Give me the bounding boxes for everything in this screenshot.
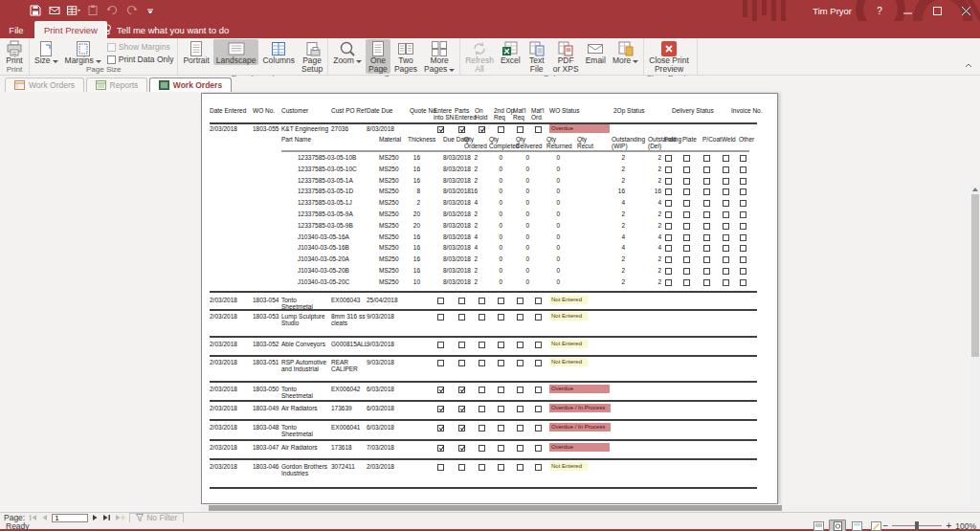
part-cell-outstanding-wip: 4	[610, 233, 625, 240]
part-cell-thickness: 16	[405, 177, 420, 184]
first-page-button[interactable]	[29, 514, 37, 521]
ribbon-margins-button[interactable]: Margins	[62, 39, 104, 65]
minimize-button[interactable]	[894, 0, 923, 21]
vertical-scroll-thumb[interactable]	[971, 194, 979, 357]
ribbon-button-label: Zoom	[333, 56, 362, 65]
ribbon-refresh-all-button[interactable]: RefreshAll	[462, 39, 497, 74]
next-page-button[interactable]	[92, 514, 99, 521]
maximize-button[interactable]	[923, 0, 951, 21]
page-number-input[interactable]	[52, 514, 88, 522]
account-name[interactable]: Tim Pryor	[799, 6, 865, 16]
document-tab-work-orders[interactable]: Work Orders	[5, 77, 84, 92]
group-separator-line	[210, 355, 757, 357]
redo-icon[interactable]	[124, 4, 138, 17]
ribbon-more-button[interactable]: More	[610, 39, 641, 65]
part-cell-qty-completed: 0	[487, 255, 502, 262]
part-cell-qty-completed: 0	[487, 166, 502, 172]
vertical-scrollbar[interactable]	[970, 184, 980, 531]
cell-date-due: 9/03/2018	[367, 313, 394, 320]
ribbon-size-button[interactable]: Size	[32, 39, 61, 65]
datasheet-icon[interactable]	[67, 4, 80, 17]
checkbox-checked-icon	[458, 126, 465, 133]
zoom-in-icon[interactable]: +	[946, 520, 951, 531]
checkbox-unchecked-icon	[723, 155, 729, 162]
previous-page-button[interactable]	[41, 514, 48, 521]
part-cell-name: J10340-03-05-20B	[298, 267, 349, 274]
cell-cust-po-ref: REAR CALIPER	[331, 359, 366, 373]
checkbox-unchecked-icon	[703, 166, 710, 173]
checkbox-unchecked-icon	[683, 211, 690, 218]
horizontal-scrollbar[interactable]	[201, 504, 970, 512]
layout-view-icon[interactable]	[848, 520, 865, 531]
close-button[interactable]	[951, 0, 980, 21]
cell-customer: RSP Automotive and Industrial	[281, 359, 329, 373]
save-icon[interactable]	[29, 4, 42, 17]
report-view-icon[interactable]	[810, 520, 827, 531]
ribbon-two-pages-button[interactable]: TwoPages	[391, 39, 420, 74]
design-view-icon[interactable]	[867, 520, 884, 531]
cell-cust-po-ref: EX006043	[331, 297, 366, 303]
ribbon-button-label: Excel	[501, 56, 521, 65]
zoom-slider: − + 100%	[883, 520, 976, 531]
ribbon-more-pages-button[interactable]: MorePages	[421, 39, 457, 74]
ribbon-excel-button[interactable]: Excel	[498, 39, 523, 65]
ribbon-portrait-button[interactable]: Portrait	[180, 39, 212, 65]
collapse-ribbon-icon[interactable]	[965, 55, 972, 72]
cell-date-entered: 2/03/2018	[210, 444, 237, 451]
ribbon-close-print-preview-button[interactable]: Close PrintPreview	[646, 39, 692, 74]
print-data-only-checkbox[interactable]: Print Data Only	[107, 55, 174, 64]
part-cell-name: J10340-03-05-20C	[298, 278, 349, 285]
part-cell-thickness: 16	[405, 154, 420, 161]
cell-date-entered: 2/03/2018	[210, 405, 237, 411]
checkbox-checked-icon	[458, 406, 465, 412]
dropdown-caret-icon	[96, 60, 101, 63]
ribbon-group-print: PrintPrint	[0, 38, 30, 75]
tell-me-box[interactable]: Tell me what you want to do	[96, 21, 229, 38]
checkbox-unchecked-icon	[517, 342, 523, 348]
part-cell-name: 12337585-03-05-1A	[298, 177, 353, 184]
paste-icon[interactable]	[86, 4, 100, 17]
checkbox-unchecked-icon	[535, 464, 542, 471]
zoom-out-icon[interactable]: −	[883, 520, 889, 531]
document-tab-reports[interactable]: Reports	[86, 77, 148, 92]
ribbon-landscape-button[interactable]: Landscape	[213, 39, 259, 65]
ribbon-columns-button[interactable]: Columns	[259, 39, 298, 65]
no-filter-button[interactable]: No Filter	[129, 513, 184, 523]
cell-date-due: 2/03/2018	[367, 463, 394, 470]
part-cell-thickness: 2	[405, 199, 420, 206]
cell-date-due: 25/04/2018	[367, 297, 398, 303]
zoom-slider-thumb[interactable]	[915, 521, 919, 530]
scroll-up-icon[interactable]	[972, 188, 978, 191]
ribbon: PrintPrintSizeMarginsShow MarginsPrint D…	[0, 38, 980, 76]
group-separator-line	[210, 291, 757, 293]
zoom-slider-track[interactable]	[892, 520, 942, 531]
ribbon-email-button[interactable]: Email	[583, 39, 609, 65]
checkbox-unchecked-icon	[517, 464, 523, 471]
ribbon-one-page-button[interactable]: OnePage	[366, 39, 390, 74]
email-save-icon[interactable]	[48, 4, 61, 17]
wo-status-badge: Not Entered	[549, 340, 588, 348]
file-tab[interactable]: File	[0, 21, 33, 38]
print-preview-view-icon[interactable]	[829, 520, 846, 531]
undo-icon[interactable]	[105, 4, 119, 17]
cell-date-due: 9/03/2018	[367, 341, 394, 347]
ribbon-button-label: RefreshAll	[465, 56, 494, 74]
document-tab-work-orders-active[interactable]: Work Orders	[149, 77, 232, 92]
new-record-button[interactable]	[115, 514, 125, 521]
help-button[interactable]: ?	[865, 0, 894, 21]
ribbon-text-file-button[interactable]: TextFile	[524, 39, 549, 74]
ribbon-print-button[interactable]: Print	[2, 39, 27, 65]
show-margins-checkbox[interactable]: Show Margins	[107, 42, 174, 52]
part-cell-qty-returned: 0	[545, 210, 560, 217]
horizontal-scroll-thumb[interactable]	[209, 505, 782, 511]
checkbox-unchecked-icon	[535, 425, 542, 431]
part-cell-outstanding-del: 2	[646, 154, 661, 161]
last-page-button[interactable]	[102, 514, 111, 521]
ribbon-zoom-button[interactable]: Zoom	[330, 39, 365, 65]
ribbon-page-setup-button[interactable]: PageSetup	[299, 39, 325, 74]
checkbox-checked-icon	[437, 425, 444, 431]
customize-qat-icon[interactable]	[144, 4, 157, 17]
part-cell-outstanding-del: 2	[646, 177, 661, 184]
part-cell-name: J10340-03-05-20A	[298, 255, 349, 262]
ribbon-pdf-or-xps-button[interactable]: PDFor XPS	[550, 39, 582, 74]
